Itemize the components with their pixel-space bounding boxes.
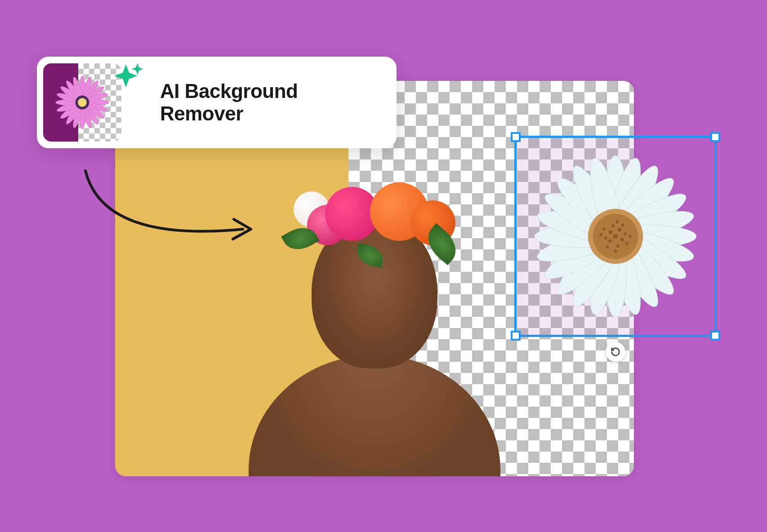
tool-thumbnail — [43, 63, 121, 142]
svg-point-30 — [609, 231, 613, 235]
svg-point-36 — [602, 227, 606, 231]
svg-point-33 — [616, 244, 620, 248]
svg-point-42 — [615, 220, 619, 223]
rotate-button[interactable] — [606, 342, 625, 362]
svg-point-39 — [629, 235, 632, 238]
selected-flower-object[interactable] — [535, 155, 696, 317]
svg-point-64 — [78, 98, 87, 107]
resize-handle-top-left[interactable] — [511, 132, 521, 142]
selection-bounding-box[interactable] — [514, 136, 717, 337]
pink-flower-icon — [51, 71, 114, 134]
ai-background-remover-tool-card[interactable]: AI Background Remover — [37, 57, 397, 148]
svg-point-28 — [608, 239, 612, 243]
svg-point-26 — [613, 234, 618, 239]
resize-handle-top-right[interactable] — [710, 132, 720, 142]
svg-point-40 — [599, 233, 602, 236]
svg-point-32 — [604, 236, 607, 239]
svg-point-31 — [624, 232, 627, 235]
tool-label: AI Background Remover — [160, 80, 382, 125]
rotate-ccw-icon — [611, 347, 620, 357]
svg-point-41 — [614, 249, 617, 253]
flower-crown — [289, 178, 460, 268]
svg-point-35 — [625, 242, 629, 245]
svg-point-37 — [621, 223, 624, 226]
photo-subject — [249, 184, 500, 476]
ai-sparkle-icon — [113, 61, 145, 93]
svg-point-29 — [618, 228, 622, 232]
svg-point-34 — [611, 224, 615, 227]
resize-handle-bottom-right[interactable] — [710, 331, 720, 341]
svg-point-27 — [620, 238, 624, 242]
svg-point-38 — [606, 245, 609, 248]
resize-handle-bottom-left[interactable] — [511, 331, 521, 341]
